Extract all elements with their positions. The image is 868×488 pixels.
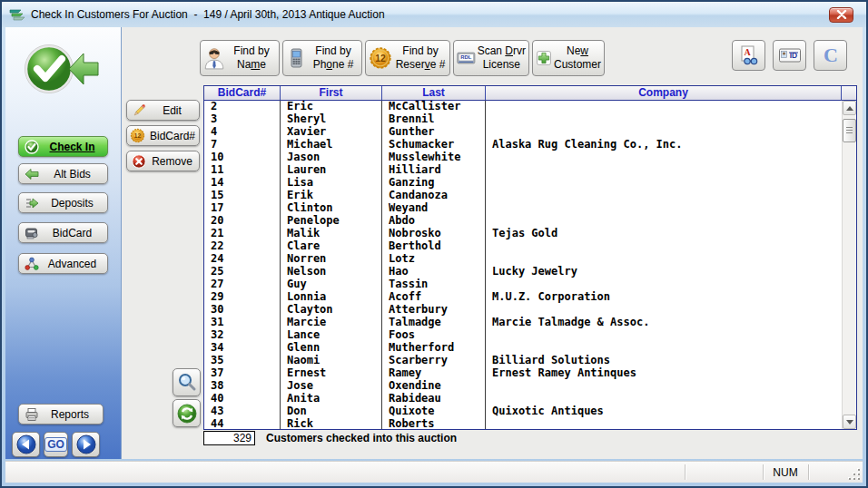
table-cell: 20: [204, 215, 281, 228]
close-button[interactable]: [829, 7, 853, 23]
table-row[interactable]: 7MichaelSchumackerAlaska Rug Cleaning Co…: [204, 139, 842, 151]
table-row[interactable]: 2EricMcCallister: [204, 101, 842, 113]
find-by-name-button[interactable]: Find by Name: [200, 40, 280, 76]
table-row[interactable]: 37ErnestRameyErnest Ramey Antinques: [204, 367, 842, 380]
label-line1: Find by: [315, 44, 350, 57]
column-header-first[interactable]: First: [281, 86, 382, 101]
nav-next-button[interactable]: [72, 432, 100, 457]
table-cell: [486, 215, 842, 228]
label-line2: Phone #: [313, 58, 354, 71]
table-cell: Gunther: [382, 126, 486, 139]
table-row[interactable]: 40AnitaRabideau: [204, 393, 842, 405]
column-header-last[interactable]: Last: [382, 86, 486, 101]
table-cell: Schumacker: [382, 139, 486, 151]
table-row[interactable]: 24NorrenLotz: [204, 253, 842, 266]
edit-button[interactable]: Edit: [126, 100, 200, 121]
sidebar-item-advanced[interactable]: Advanced: [18, 253, 108, 274]
table-cell: Marcie: [281, 317, 382, 329]
table-row[interactable]: 34GlennMutherford: [204, 342, 842, 355]
remove-button[interactable]: Remove: [126, 151, 200, 171]
table-cell: [486, 190, 842, 202]
sidebar-item-alt-bids[interactable]: Alt Bids: [18, 163, 108, 184]
scan-license-button[interactable]: RDL Scan Drvr License: [453, 40, 529, 76]
brand-c-button[interactable]: C: [814, 40, 847, 71]
table-row[interactable]: 15ErikCandanoza: [204, 190, 842, 202]
table-row[interactable]: 14LisaGanzing: [204, 177, 842, 190]
table-cell: [486, 253, 842, 266]
table-row[interactable]: 29LonniaAcoffM.U.Z. Corporation: [204, 291, 842, 304]
table-cell: Candanoza: [382, 190, 486, 202]
table-row[interactable]: 11LaurenHilliard: [204, 164, 842, 177]
table-cell: 11: [204, 164, 281, 177]
table-row[interactable]: 32LanceFoos: [204, 329, 842, 342]
table-cell: [486, 329, 842, 342]
table-cell: Tejas Gold: [486, 228, 842, 240]
scrollbar-thumb[interactable]: [843, 119, 856, 142]
table-row[interactable]: 38JoseOxendine: [204, 380, 842, 393]
sidebar-item-label: Check In: [43, 141, 102, 153]
table-body: 2EricMcCallister3SherylBrennil4XavierGun…: [204, 101, 842, 429]
rdl-text: RDL: [460, 54, 471, 60]
search-button[interactable]: [173, 368, 201, 396]
sidebar-item-check-in[interactable]: Check In: [18, 136, 108, 157]
table-row[interactable]: 35NaomiScarberryBilliard Solutions: [204, 355, 842, 367]
table-cell: Marcie Talmadge & Assoc.: [486, 317, 842, 329]
refresh-button[interactable]: [173, 399, 201, 427]
table-cell: Clinton: [281, 202, 382, 215]
reports-button[interactable]: Reports: [18, 404, 104, 425]
bidcard-number-button[interactable]: 12 BidCard#: [126, 125, 200, 146]
table-row[interactable]: 27GuyTassin: [204, 278, 842, 291]
table-cell: [486, 151, 842, 164]
table-row[interactable]: 22ClareBerthold: [204, 240, 842, 253]
new-customer-button[interactable]: New Customer: [532, 40, 605, 76]
table-row[interactable]: 4XavierGunther: [204, 126, 842, 139]
table-cell: 2: [204, 101, 281, 113]
go-button[interactable]: GO: [44, 432, 68, 457]
sidebar-item-deposits[interactable]: Deposits: [18, 192, 108, 213]
table-row[interactable]: 21MalikNobroskoTejas Gold: [204, 228, 842, 240]
table-row[interactable]: 44RickRoberts: [204, 418, 842, 429]
scroll-down-button[interactable]: [843, 415, 856, 429]
table-cell: Rick: [281, 418, 382, 429]
table-cell: 15: [204, 190, 281, 202]
table-cell: Foos: [382, 329, 486, 342]
deposits-icon: [25, 196, 39, 210]
vertical-scrollbar[interactable]: [842, 101, 856, 429]
table-cell: Acoff: [382, 291, 486, 304]
table-cell: Lotz: [382, 253, 486, 266]
resize-grip-icon[interactable]: [848, 468, 860, 480]
table-cell: 34: [204, 342, 281, 355]
table-row[interactable]: 10JasonMusslewhite: [204, 151, 842, 164]
nav-previous-button[interactable]: [12, 432, 40, 457]
table-cell: [486, 418, 842, 429]
table-cell: Naomi: [281, 355, 382, 367]
column-header-company[interactable]: Company: [486, 86, 842, 101]
table-row[interactable]: 43DonQuixoteQuixotic Antiques: [204, 405, 842, 418]
id-scan-button[interactable]: ID: [773, 40, 806, 71]
column-header-bidcard[interactable]: BidCard#: [204, 86, 281, 101]
table-row[interactable]: 25NelsonHaoLucky Jewelry: [204, 266, 842, 278]
triangle-up-icon: [846, 106, 853, 111]
badge-12-icon: 12: [369, 46, 392, 70]
sidebar-item-bidcard[interactable]: BidCard: [18, 222, 108, 243]
table-cell: Lonnia: [281, 291, 382, 304]
table-row[interactable]: 3SherylBrennil: [204, 113, 842, 126]
find-text-button[interactable]: A: [732, 40, 765, 71]
badge-12-text: 12: [375, 54, 386, 63]
scroll-up-button[interactable]: [843, 101, 856, 115]
find-by-phone-button[interactable]: Find by Phone #: [282, 40, 362, 76]
table-cell: [486, 278, 842, 291]
table-cell: Ramey: [382, 367, 486, 380]
find-by-reserve-label: Find by Reserve #: [394, 44, 447, 72]
find-by-reserve-button[interactable]: 12 Find by Reserve #: [365, 40, 450, 76]
table-cell: Lance: [281, 329, 382, 342]
table-cell: Alaska Rug Cleaning Co., Inc.: [486, 139, 842, 151]
table-cell: [486, 393, 842, 405]
table-row[interactable]: 17ClintonWeyand: [204, 202, 842, 215]
table-row[interactable]: 30ClaytonAtterbury: [204, 304, 842, 317]
table-row[interactable]: 31MarcieTalmadgeMarcie Talmadge & Assoc.: [204, 317, 842, 329]
previous-arrow-icon: [16, 434, 36, 454]
close-icon: [836, 10, 847, 19]
column-header-spacer: [842, 86, 856, 101]
table-row[interactable]: 20PenelopeAbdo: [204, 215, 842, 228]
